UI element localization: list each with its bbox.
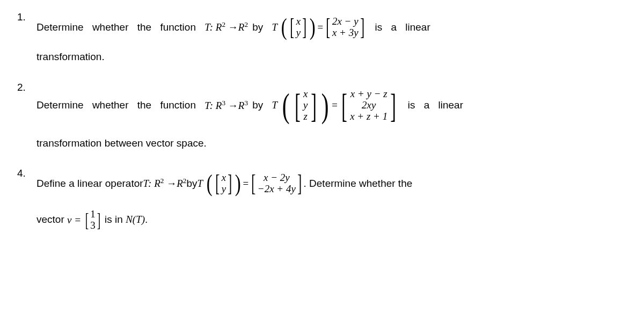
problem-body: Define a linear operator T: R2 →R2 by T … bbox=[36, 166, 627, 235]
text-after: is a linear bbox=[366, 20, 430, 35]
problem-1: 1. Determine whether the function T: R2 … bbox=[17, 10, 627, 65]
problem-number: 4. bbox=[17, 166, 36, 181]
text-before: Determine whether the function bbox=[36, 20, 204, 35]
by-text: by bbox=[248, 20, 272, 35]
equation: T ( [ x y ] ) = [ x − 2y −2x + 4y ] bbox=[197, 166, 304, 201]
vector-eq: v = [ 1 3 ] bbox=[67, 206, 102, 235]
problem-4: 4. Define a linear operator T: R2 →R2 by… bbox=[17, 166, 627, 235]
equation: T ( [ x y z ] ) = [ x + y − z 2xy x + z … bbox=[272, 80, 399, 132]
problem-line2: transformation between vector space. bbox=[36, 136, 627, 151]
problem-line1: Define a linear operator T: R2 →R2 by T … bbox=[36, 166, 627, 201]
text-before: Determine whether the function bbox=[36, 98, 204, 113]
problem-body: Determine whether the function T: R3 →R3… bbox=[36, 80, 627, 151]
problem-line2: vector v = [ 1 3 ] is in N(T). bbox=[36, 206, 627, 235]
by-text: by bbox=[248, 98, 272, 113]
problem-number: 2. bbox=[17, 80, 36, 96]
problem-line2: transformation. bbox=[36, 49, 627, 65]
nt: N(T) bbox=[126, 214, 145, 225]
equation: T ( [ x y ] ) = [ 2x − y x + 3y ] bbox=[272, 10, 367, 45]
tdef: T: R2 →R2 bbox=[143, 176, 187, 192]
tdef: T: R3 →R3 bbox=[204, 98, 248, 114]
problem-body: Determine whether the function T: R2 →R2… bbox=[36, 10, 627, 65]
text-after: is a linear bbox=[399, 98, 463, 113]
vec-post: is in bbox=[105, 212, 123, 228]
problem-2: 2. Determine whether the function T: R3 … bbox=[17, 80, 627, 151]
text-after: . Determine whether the bbox=[304, 176, 413, 192]
period: . bbox=[145, 214, 148, 225]
by-text: by bbox=[186, 176, 197, 192]
vec-pre: vector bbox=[36, 212, 64, 228]
problem-line1: Determine whether the function T: R2 →R2… bbox=[36, 10, 627, 45]
problem-line1: Determine whether the function T: R3 →R3… bbox=[36, 80, 627, 132]
text-before: Define a linear operator bbox=[36, 176, 143, 192]
tdef: T: R2 →R2 bbox=[204, 19, 248, 35]
problem-number: 1. bbox=[17, 10, 36, 25]
